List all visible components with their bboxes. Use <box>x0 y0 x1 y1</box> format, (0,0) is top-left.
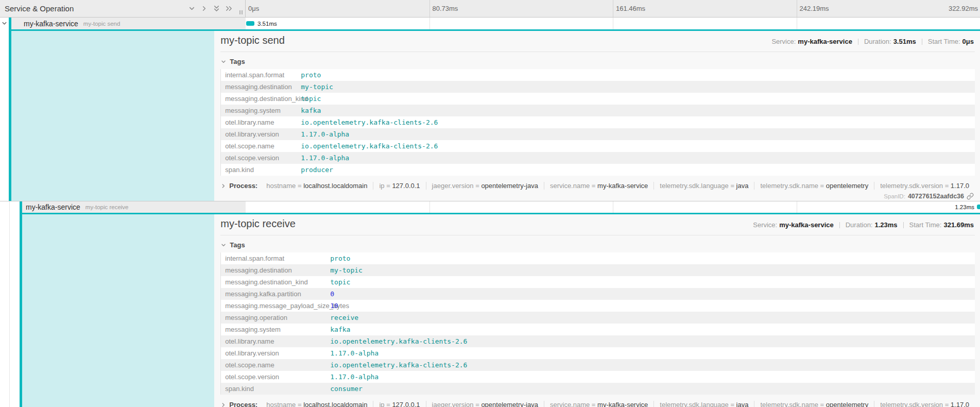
tag-value: my-topic <box>330 266 363 274</box>
process-attribute: service.name = my-kafka-service <box>544 401 654 407</box>
span-duration-label: 3.51ms <box>257 21 277 27</box>
span-detail-highlight-column[interactable] <box>22 214 214 407</box>
start-time-label: Start Time: <box>909 221 942 229</box>
process-section-toggle[interactable]: Process: hostname = localhost.localdomai… <box>220 401 975 407</box>
process-key: ip <box>379 401 384 407</box>
process-label: Process: <box>229 182 257 190</box>
process-attribute: telemetry.sdk.language = java <box>654 401 754 407</box>
tag-value: 1.17.0-alpha <box>330 373 379 381</box>
tag-value: io.opentelemetry.kafka-clients-2.6 <box>330 337 467 345</box>
span-row-my-topic-send[interactable]: my-kafka-service my-topic send 3.51ms <box>0 18 980 29</box>
column-resize-grip[interactable] <box>239 10 243 14</box>
span-id-value: 407276152aafdc36 <box>908 193 964 200</box>
process-attribute: ip = 127.0.0.1 <box>373 401 426 407</box>
tag-key: otel.library.version <box>221 130 301 138</box>
tag-row: messaging.destination_kind topic <box>221 276 975 288</box>
copy-link-icon[interactable] <box>967 193 974 200</box>
span-row-my-topic-receive[interactable]: my-kafka-service my-topic receive 1.23ms <box>0 201 980 213</box>
chevron-right-icon <box>220 183 227 189</box>
process-label: Process: <box>229 401 257 407</box>
process-value: 127.0.0.1 <box>392 182 420 190</box>
service-operation-column-header: Service & Operation <box>0 0 246 17</box>
service-value: my-kafka-service <box>779 221 834 229</box>
tag-value: my-topic <box>301 83 333 91</box>
tag-value: io.opentelemetry.kafka-clients-2.6 <box>301 142 438 150</box>
ruler-tick: 161.46ms <box>613 0 645 17</box>
tags-section-toggle[interactable]: Tags <box>220 241 975 249</box>
process-key: jaeger.version <box>432 401 474 407</box>
tag-row: messaging.operation receive <box>221 312 975 324</box>
equals-sign: = <box>943 401 951 407</box>
collapse-all-icon[interactable] <box>213 5 220 12</box>
process-key: ip <box>379 182 384 190</box>
tag-row: messaging.system kafka <box>221 324 975 335</box>
tag-key: otel.scope.version <box>221 373 330 381</box>
collapse-one-icon[interactable] <box>188 5 196 12</box>
chevron-down-icon <box>1 20 8 27</box>
equals-sign: = <box>943 182 951 190</box>
span-id-label: SpanID: <box>884 193 905 199</box>
ruler-tick: 0μs <box>246 0 259 17</box>
tag-key: messaging.operation <box>221 314 330 321</box>
tags-table: internal.span.format proto messaging.des… <box>220 252 975 395</box>
process-attribute: hostname = localhost.localdomain <box>261 401 373 407</box>
tag-key: internal.span.format <box>221 71 301 79</box>
span-name-cell[interactable]: my-kafka-service my-topic receive <box>0 201 246 213</box>
selected-span-top-border <box>20 213 980 214</box>
tag-key: messaging.message_payload_size_bytes <box>221 302 330 310</box>
process-key: hostname <box>266 401 296 407</box>
span-timeline-cell[interactable]: 1.23ms <box>246 201 980 213</box>
expand-all-icon[interactable] <box>225 5 233 12</box>
process-key: telemetry.sdk.language <box>660 401 728 407</box>
tag-row: otel.scope.name io.opentelemetry.kafka-c… <box>221 359 975 371</box>
process-key: jaeger.version <box>432 182 474 190</box>
span-operation-name: my-topic send <box>83 21 121 27</box>
timeline-header: Service & Operation 0μs 80.73ms 161.46ms… <box>0 0 980 18</box>
timeline-gridline <box>613 201 613 213</box>
tag-row: otel.library.name io.opentelemetry.kafka… <box>221 335 975 347</box>
expand-one-icon[interactable] <box>200 5 208 12</box>
span-children-toggle[interactable] <box>0 18 9 29</box>
span-duration-bar[interactable] <box>246 21 254 26</box>
process-value: opentelemetry <box>826 182 868 190</box>
span-detail-highlight-column[interactable] <box>11 31 214 201</box>
process-attribute: telemetry.sdk.name = opentelemetry <box>754 182 874 190</box>
timeline-gridline <box>429 201 430 213</box>
tag-row: otel.library.version 1.17.0-alpha <box>221 347 975 359</box>
process-key: telemetry.sdk.version <box>880 401 943 407</box>
process-value: 127.0.0.1 <box>392 401 420 407</box>
tag-value: proto <box>301 71 321 79</box>
tags-table: internal.span.format proto messaging.des… <box>220 69 975 176</box>
process-value: 1.17.0 <box>951 401 969 407</box>
span-detail-meta: Service:my-kafka-service Duration:3.51ms… <box>771 38 974 46</box>
tag-row: messaging.destination_kind topic <box>221 93 975 105</box>
process-value: opentelemetry-java <box>481 182 538 190</box>
tag-value: 1.17.0-alpha <box>301 154 349 162</box>
process-value: localhost.localdomain <box>303 182 367 190</box>
ruler-tick: 322.92ms <box>949 0 978 17</box>
tag-key: otel.library.name <box>221 118 301 126</box>
tags-section-toggle[interactable]: Tags <box>220 58 975 65</box>
span-duration-label: 1.23ms <box>955 204 974 210</box>
chevron-right-icon <box>220 402 227 407</box>
span-timeline-cell[interactable]: 3.51ms <box>246 18 980 29</box>
span-detail-header: my-topic send Service:my-kafka-service D… <box>220 31 975 52</box>
meta-separator <box>858 39 858 45</box>
tag-row: messaging.destination my-topic <box>221 264 975 276</box>
process-attribute: ip = 127.0.0.1 <box>373 182 426 190</box>
span-name-cell[interactable]: my-kafka-service my-topic send <box>0 18 246 29</box>
equals-sign: = <box>729 182 736 190</box>
tag-key: span.kind <box>221 166 301 174</box>
process-section-toggle[interactable]: Process: hostname = localhost.localdomai… <box>220 182 975 190</box>
span-detail-gutter <box>0 213 214 407</box>
span-operation-name: my-topic receive <box>85 204 129 210</box>
duration-label: Duration: <box>846 221 873 229</box>
process-attribute: hostname = localhost.localdomain <box>261 182 373 190</box>
process-value: 1.17.0 <box>951 182 969 190</box>
start-time-value: 0μs <box>962 38 974 45</box>
timeline-gridline <box>429 18 430 29</box>
process-attribute: service.name = my-kafka-service <box>544 182 654 190</box>
tag-key: otel.scope.name <box>221 142 301 150</box>
span-tree-controls <box>188 0 233 17</box>
span-duration-bar[interactable] <box>977 205 980 209</box>
